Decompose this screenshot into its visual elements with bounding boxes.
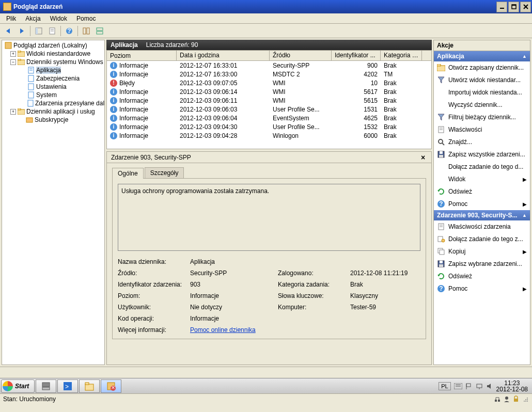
action-item[interactable]: Zapisz wybrane zdarzeni... (434, 258, 530, 270)
svg-rect-84 (514, 399, 518, 402)
tree-forwarded[interactable]: Zdarzenia przesyłane dalej (3, 99, 103, 107)
label-event-id: Identyfikator zdarzenia: (118, 281, 190, 288)
tray-clock[interactable]: 11:23 2012-12-08 (496, 380, 528, 392)
toolbar-properties-button[interactable] (46, 25, 58, 37)
grid-body[interactable]: iInformacje2012-12-07 16:33:01Security-S… (107, 61, 431, 149)
col-level[interactable]: Poziom (107, 51, 177, 60)
tray-language[interactable]: PL (439, 382, 450, 390)
tree-subscriptions[interactable]: Subskrypcje (3, 116, 103, 124)
svg-line-41 (442, 143, 444, 145)
table-row[interactable]: iInformacje2012-12-03 09:06:14WMI5617Bra… (107, 87, 431, 96)
taskbar-pinned-powershell[interactable]: > (57, 379, 78, 393)
tree-application[interactable]: Aplikacja (3, 66, 103, 74)
table-row[interactable]: !Błędy2012-12-03 09:07:05WMI10Brak (107, 78, 431, 87)
action-item[interactable]: Odśwież (434, 270, 530, 282)
value-source: Security-SPP (190, 270, 278, 277)
action-item[interactable]: ?Pomoc▶ (434, 282, 530, 295)
tray-flag-icon[interactable] (465, 383, 473, 390)
tree-setup[interactable]: Ustawienia (3, 83, 103, 91)
svg-rect-18 (5, 42, 11, 49)
tree-windows-logs[interactable]: − Dzienniki systemu Windows (3, 58, 103, 66)
menu-action[interactable]: Akcja (21, 14, 44, 23)
action-item[interactable]: Właściwości (434, 123, 530, 136)
tab-general[interactable]: Ogólne (112, 168, 144, 179)
expand-icon[interactable]: + (10, 51, 16, 57)
detail-close-button[interactable]: × (419, 153, 427, 162)
tray-network-icon[interactable] (476, 383, 483, 390)
close-button[interactable] (520, 2, 531, 12)
svg-rect-32 (26, 118, 33, 122)
toolbar-layout1-button[interactable] (80, 25, 92, 37)
col-date[interactable]: Data i godzina (177, 51, 270, 60)
save-icon (437, 260, 445, 268)
table-row[interactable]: iInformacje2012-12-03 09:06:04EventSyste… (107, 114, 431, 122)
start-button[interactable]: Start (1, 379, 35, 393)
label-computer: Komputer: (278, 304, 350, 311)
svg-rect-22 (18, 59, 21, 60)
tree-system[interactable]: System (3, 91, 103, 99)
toolbar-help-button[interactable]: ? (63, 25, 75, 37)
status-resize-grip[interactable] (522, 395, 529, 403)
collapse-icon[interactable]: − (10, 59, 16, 65)
taskbar-pinned-explorer[interactable] (79, 379, 100, 393)
action-item[interactable]: Filtruj bieżący dziennik... (434, 111, 530, 123)
tab-details[interactable]: Szczegóły (145, 167, 184, 178)
svg-text:?: ? (439, 200, 443, 208)
taskbar-pinned-server[interactable] (36, 379, 56, 393)
tree-security[interactable]: Zabezpieczenia (3, 74, 103, 83)
action-item[interactable]: Odśwież (434, 185, 530, 198)
svg-point-89 (525, 401, 526, 402)
actions-section-event[interactable]: Zdarzenie 903, Security-S... ▲ (434, 210, 530, 220)
col-id[interactable]: Identyfikator ... (332, 51, 381, 60)
action-item[interactable]: Utwórz widok niestandar... (434, 74, 530, 86)
action-item[interactable]: Właściwości zdarzenia (434, 220, 530, 233)
table-row[interactable]: iInformacje2012-12-07 16:33:01Security-S… (107, 61, 431, 70)
svg-rect-54 (440, 250, 444, 255)
col-category[interactable]: Kategoria zad... (381, 51, 422, 60)
toolbar-show-tree-button[interactable] (33, 25, 45, 37)
table-row[interactable]: iInformacje2012-12-03 09:04:30User Profi… (107, 122, 431, 131)
table-row[interactable]: iInformacje2012-12-03 09:04:28Winlogon60… (107, 131, 431, 140)
action-item[interactable]: Dołącz zadanie do tego z... (434, 233, 530, 245)
action-item[interactable]: Dołącz zadanie do tego d... (434, 161, 530, 173)
tree-root[interactable]: Podgląd zdarzeń (Lokalny) (3, 41, 103, 50)
action-item[interactable]: Zapisz wszystkie zdarzeni... (434, 148, 530, 161)
tray-volume-icon[interactable] (486, 383, 493, 390)
menu-help[interactable]: Pomoc (72, 14, 100, 23)
action-item[interactable]: Widok▶ (434, 173, 530, 185)
action-item[interactable]: ?Pomoc▶ (434, 198, 530, 210)
svg-marker-35 (438, 77, 444, 83)
actions-section-app[interactable]: Aplikacja ▲ (434, 51, 530, 61)
menu-view[interactable]: Widok (46, 14, 71, 23)
blank-icon (437, 88, 445, 97)
tray-keyboard-icon[interactable] (454, 383, 462, 389)
svg-rect-33 (437, 66, 445, 71)
tree-app-services[interactable]: + Dzienniki aplikacji i usług (3, 107, 103, 116)
tree-custom-views[interactable]: + Widoki niestandardowe (3, 50, 103, 58)
table-row[interactable]: iInformacje2012-12-07 16:33:00MSDTC 2420… (107, 70, 431, 78)
action-item[interactable]: Kopiuj▶ (434, 245, 530, 258)
action-item[interactable]: Otwórz zapisany dziennik... (434, 61, 530, 74)
nav-forward-button[interactable] (15, 25, 28, 37)
nav-back-button[interactable] (2, 25, 14, 37)
minimize-button[interactable] (496, 2, 507, 12)
table-row[interactable]: iInformacje2012-12-03 09:06:03User Profi… (107, 105, 431, 114)
col-source[interactable]: Źródło (270, 51, 332, 60)
svg-rect-17 (97, 31, 103, 34)
toolbar-layout2-button[interactable] (93, 25, 106, 37)
event-message: Usługa ochrony oprogramowania została za… (118, 184, 420, 251)
action-item[interactable]: Znajdź... (434, 136, 530, 148)
svg-text:×: × (112, 384, 115, 391)
action-item[interactable]: Wyczyść dziennik... (434, 99, 530, 111)
maximize-button[interactable] (508, 2, 519, 12)
svg-rect-57 (439, 264, 443, 267)
table-row[interactable]: iInformacje2012-12-03 09:06:11WMI5615Bra… (107, 96, 431, 105)
menu-file[interactable]: Plik (2, 14, 20, 23)
action-item[interactable]: Importuj widok niestanda... (434, 86, 530, 99)
refresh-icon (437, 272, 445, 280)
expand-icon[interactable]: + (10, 109, 16, 115)
log-icon (27, 66, 35, 74)
taskbar-app-eventviewer[interactable]: × (101, 379, 121, 393)
svg-rect-62 (42, 387, 50, 390)
help-link[interactable]: Pomoc online dziennika (190, 326, 256, 334)
